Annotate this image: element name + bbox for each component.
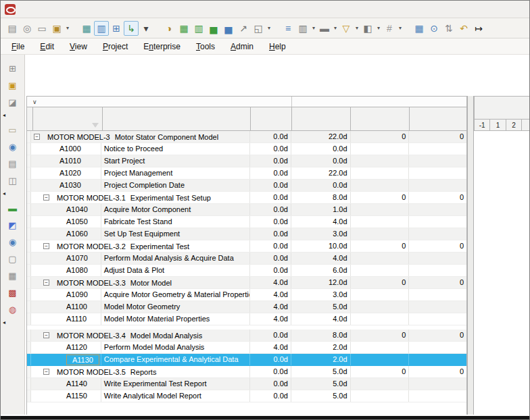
collapse-box-icon[interactable]: − — [34, 134, 40, 140]
undo-icon[interactable]: ↶ — [456, 21, 471, 36]
publish-icon[interactable]: ▣ — [49, 21, 64, 36]
menu-view[interactable]: View — [70, 42, 87, 51]
collapse-arrow-icon[interactable]: ◂ — [3, 319, 5, 327]
dropdown-caret-icon[interactable]: ▾ — [375, 25, 382, 31]
collapse-arrow-icon[interactable]: ◂ — [3, 190, 5, 199]
menu-edit[interactable]: Edit — [40, 42, 54, 51]
usage-spreadsheet-icon[interactable]: ▥ — [191, 21, 206, 36]
thousands-separator-icon[interactable]: # — [382, 21, 397, 36]
menu-tools[interactable]: Tools — [196, 42, 215, 51]
resource-assignments-icon[interactable]: ▦ — [412, 21, 427, 36]
bars-icon[interactable]: ▬ — [317, 21, 332, 36]
gantt-view-icon[interactable]: ▥ — [94, 21, 109, 36]
activity-network-view-icon[interactable]: ⊞ — [109, 21, 124, 36]
resources-view-icon[interactable]: ◉ — [5, 235, 20, 249]
wbs-row[interactable]: −MOTOR MODEL-3.5Reports0.0d5.0d00 — [27, 366, 466, 378]
activity-id-cell: A1010 — [31, 155, 101, 167]
activity-id-focus-box[interactable]: A1130 — [66, 355, 99, 365]
wbs-row[interactable]: −MOTOR MODEL-3.2Experimental Test0.0d10.… — [27, 240, 466, 253]
collapse-box-icon[interactable]: − — [43, 369, 49, 375]
menu-admin[interactable]: Admin — [231, 42, 254, 51]
activity-usage-profile-icon[interactable]: ▅ — [206, 21, 221, 36]
activity-row[interactable]: A1020Project Management0.0d22.0d — [27, 167, 466, 180]
table-gantt-splitter[interactable] — [467, 96, 474, 415]
progress-line-icon[interactable]: ↦ — [471, 21, 486, 36]
page-edit-icon[interactable]: ◪ — [5, 95, 20, 109]
activity-row[interactable]: A1090Acquire Motor Geometry & Material P… — [27, 289, 466, 301]
open-layout-icon[interactable]: ▣ — [5, 78, 20, 93]
collapse-box-icon[interactable]: − — [43, 194, 49, 201]
layout-selector[interactable]: ∨ — [27, 97, 292, 107]
activity-row[interactable]: A1030Project Completion Date0.0d0.0d — [27, 180, 466, 192]
timescale-icon[interactable]: ◱ — [251, 21, 266, 36]
activity-row[interactable]: A1050Fabricate Test Stand0.0d4.0d — [27, 216, 466, 228]
activity-row[interactable]: A1070Perform Modal Analysis & Acquire Da… — [27, 253, 466, 265]
wbs-view-icon[interactable]: ◩ — [5, 218, 20, 232]
resource-usage-profile-icon[interactable]: ▅ — [221, 21, 236, 36]
wbs-row[interactable]: −MOTOR MODEL-3.1Experimental Test Setup0… — [27, 192, 466, 204]
columns-icon[interactable]: ▥ — [295, 21, 310, 36]
dropdown-caret-icon[interactable]: ▾ — [332, 25, 339, 31]
column-header-udf-finish-day[interactable] — [410, 107, 466, 130]
activity-row[interactable]: A1040Acquire Motor Component0.0d1.0d — [27, 204, 466, 216]
activity-row[interactable]: A1080Adjust Data & Plot0.0d6.0d — [27, 265, 466, 277]
activity-row[interactable]: A1140Write Experimental Test Report0.0d5… — [27, 378, 466, 390]
activity-row[interactable]: A1130Compare Experimental & Analytical D… — [27, 354, 466, 366]
wbs-row[interactable]: −MOTOR MODEL-3.4Model Modal Analysis0.0d… — [27, 330, 466, 342]
progress-spotlight-icon[interactable]: ◑ — [162, 21, 176, 36]
resource-icon[interactable]: ◉ — [5, 140, 20, 154]
wbs-row[interactable]: −MOTOR MODEL-3Motor Stator Component Mod… — [27, 131, 466, 143]
table-view-icon[interactable]: ▦ — [79, 21, 94, 36]
level-resources-icon[interactable]: ⇅ — [441, 21, 456, 36]
collapse-box-icon[interactable]: − — [43, 243, 49, 249]
column-header-activity-id[interactable] — [33, 107, 103, 130]
activity-row[interactable]: A1060Set Up Test Equipment0.0d3.0d — [27, 228, 466, 240]
page-setup-icon[interactable]: ▭ — [34, 21, 49, 36]
menu-project[interactable]: Project — [103, 42, 128, 51]
collapse-arrow-icon[interactable]: ◂ — [3, 112, 5, 120]
menu-help[interactable]: Help — [269, 42, 286, 51]
new-activity-icon[interactable]: ⊞ — [5, 61, 20, 76]
trace-logic-view-icon[interactable]: ↳ — [124, 21, 139, 36]
send-view-icon[interactable]: ↗ — [236, 21, 251, 36]
column-header-total-float[interactable] — [251, 107, 292, 130]
column-header-original-duration[interactable] — [292, 107, 351, 130]
print-icon[interactable]: ▤ — [5, 21, 20, 36]
gantt-timescale[interactable]: -112 — [474, 120, 530, 131]
folder-icon[interactable]: ▭ — [5, 123, 20, 137]
dropdown-caret-icon[interactable]: ▾ — [354, 25, 360, 31]
reports-view-icon[interactable]: ▢ — [5, 252, 20, 266]
group-and-sort-icon[interactable]: ≡ — [281, 21, 295, 36]
activities-view-icon[interactable]: ▬ — [5, 201, 20, 215]
schedule-icon[interactable]: ⊙ — [427, 21, 441, 36]
activity-row[interactable]: A1000Notice to Proceed0.0d0.0d — [27, 143, 466, 155]
risks-view-icon[interactable]: ◍ — [5, 303, 20, 317]
activity-row[interactable]: A1100Model Motor Geometry4.0d5.0d — [27, 301, 466, 313]
dropdown-caret-icon[interactable]: ▾ — [266, 25, 272, 31]
layout-options-bar[interactable]: ∨ — [26, 96, 467, 107]
activity-table-icon[interactable]: ▦ — [176, 21, 191, 36]
activity-row[interactable]: A1010Start Project0.0d0.0d — [27, 155, 466, 167]
view-options-icon[interactable]: ▾ — [139, 21, 153, 36]
column-header-udf-start-day[interactable] — [351, 107, 409, 130]
chart-icon[interactable]: ◫ — [5, 174, 20, 188]
activity-row[interactable]: A1120Perform Model Modal Analysis4.0d2.0… — [27, 342, 466, 354]
layouts-icon[interactable]: ◧ — [360, 21, 375, 36]
activity-row[interactable]: A1150Write Analytical Model Report0.0d5.… — [27, 390, 466, 402]
menu-enterprise[interactable]: Enterprise — [143, 42, 180, 51]
menu-file[interactable]: File — [11, 42, 24, 51]
collapse-box-icon[interactable]: − — [43, 332, 49, 338]
wbs-row[interactable]: −MOTOR MODEL-3.3Motor Model4.0d12.0d00 — [27, 277, 466, 289]
print-preview-icon[interactable]: ◎ — [20, 21, 34, 36]
project-issues-icon[interactable]: ▩ — [5, 286, 20, 300]
filter-selector[interactable] — [292, 97, 466, 107]
dropdown-caret-icon[interactable]: ▾ — [397, 25, 404, 31]
notebook-icon[interactable]: ▤ — [5, 157, 20, 171]
collapse-box-icon[interactable]: − — [43, 280, 49, 286]
column-header-activity-name[interactable] — [103, 107, 251, 130]
dropdown-caret-icon[interactable]: ▾ — [310, 25, 317, 31]
tracking-view-icon[interactable]: ▦ — [5, 269, 20, 283]
activity-row[interactable]: A1110Model Motor Material Properties4.0d… — [27, 313, 466, 325]
dropdown-caret-icon[interactable]: ▾ — [64, 25, 71, 31]
filters-icon[interactable]: ▽ — [339, 21, 354, 36]
